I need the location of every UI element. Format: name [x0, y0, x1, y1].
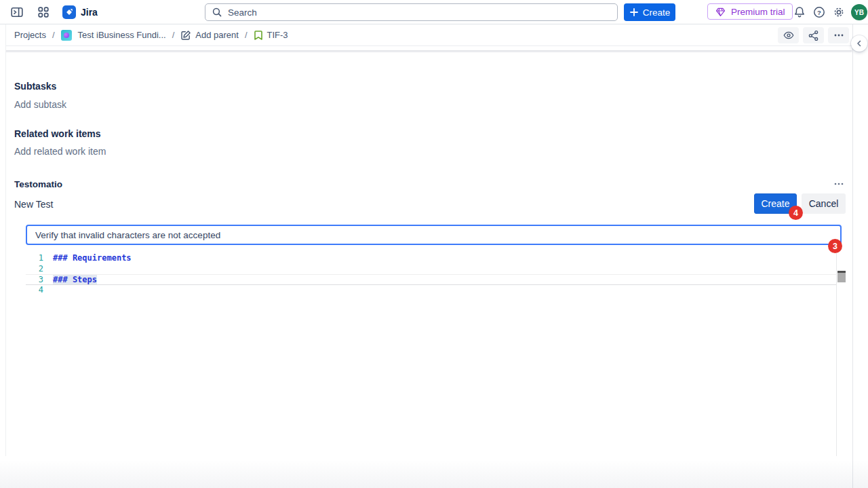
line-number: 3	[26, 275, 43, 284]
breadcrumb-projects-link[interactable]: Projects	[14, 30, 46, 40]
annotation-badge-4: 4	[789, 206, 803, 220]
test-cancel-button[interactable]: Cancel	[802, 193, 846, 214]
issue-actions	[778, 27, 849, 43]
add-parent-label: Add parent	[195, 30, 239, 40]
user-avatar[interactable]: YB	[851, 4, 867, 20]
chevron-left-icon	[854, 39, 864, 48]
test-title-input[interactable]	[26, 225, 842, 245]
code-line[interactable]: 1 ### Requirements	[26, 253, 836, 264]
search-icon	[212, 7, 222, 18]
eye-icon	[783, 29, 795, 41]
subtasks-heading: Subtasks	[14, 81, 56, 92]
project-avatar-icon	[61, 30, 72, 41]
sidebar-expand-icon	[10, 5, 24, 19]
add-related-work-item-button[interactable]: Add related work item	[14, 146, 106, 157]
top-navigation-bar: Jira Create	[0, 0, 868, 24]
premium-trial-label: Premium trial	[731, 7, 785, 17]
annotation-badge-3: 3	[828, 239, 842, 253]
testomatio-more-button[interactable]	[830, 176, 848, 191]
nav-left-group: Jira	[7, 0, 98, 24]
breadcrumb-separator: /	[52, 30, 55, 40]
testomatio-panel-heading: Testomatio	[14, 179, 62, 189]
collapse-panel-button[interactable]	[851, 35, 867, 52]
add-subtask-button[interactable]: Add subtask	[14, 99, 66, 110]
premium-trial-button[interactable]: Premium trial	[707, 3, 793, 20]
issue-key-label: TIF-3	[267, 30, 288, 40]
global-search[interactable]	[205, 3, 618, 21]
panel-left-border	[5, 24, 6, 456]
code-line[interactable]: 2	[26, 264, 836, 275]
issue-key-button[interactable]: TIF-3	[254, 30, 288, 41]
jira-window: Jira Create	[0, 0, 868, 488]
panel-right-border	[852, 24, 853, 488]
issue-header-row: Projects / Test iBusiness Fundi... / Add…	[5, 24, 852, 45]
breadcrumb-divider	[5, 45, 852, 46]
add-parent-button[interactable]: Add parent	[180, 30, 239, 41]
share-button[interactable]	[803, 27, 824, 43]
svg-text:?: ?	[817, 9, 821, 16]
line-number: 4	[26, 285, 43, 296]
gear-icon	[832, 5, 846, 19]
settings-button[interactable]	[831, 4, 847, 20]
gem-icon	[715, 6, 726, 18]
new-test-label: New Test	[14, 199, 53, 210]
sidebar-toggle-button[interactable]	[7, 3, 27, 22]
code-text-selected: ### Steps	[53, 275, 97, 284]
notifications-button[interactable]	[791, 4, 808, 20]
related-work-items-heading: Related work items	[14, 128, 101, 139]
plus-icon	[629, 7, 639, 17]
test-bookmark-icon	[254, 30, 263, 41]
code-text: ### Requirements	[53, 253, 132, 264]
share-icon	[808, 30, 819, 41]
create-button-label: Create	[643, 7, 671, 18]
breadcrumb-separator: /	[172, 30, 175, 40]
watch-button[interactable]	[778, 27, 799, 43]
code-line[interactable]: 4	[26, 285, 836, 296]
breadcrumb-separator: /	[245, 30, 248, 40]
ellipsis-icon	[833, 29, 845, 41]
line-number: 1	[26, 253, 43, 264]
question-circle-icon: ?	[812, 5, 826, 19]
test-body-code-editor[interactable]: 1 ### Requirements 2 3 ### Steps 4	[26, 250, 837, 456]
bottom-fade	[0, 459, 868, 488]
breadcrumb: Projects / Test iBusiness Fundi... / Add…	[14, 24, 288, 45]
app-switcher-button[interactable]	[33, 3, 54, 22]
jira-brand[interactable]: Jira	[62, 5, 98, 19]
search-input[interactable]	[226, 7, 617, 18]
global-create-button[interactable]: Create	[624, 3, 675, 21]
avatar-initials: YB	[854, 9, 864, 16]
help-button[interactable]: ?	[811, 4, 827, 20]
editor-scrollbar-thumb[interactable]	[837, 271, 846, 282]
line-number: 2	[26, 264, 43, 275]
code-line-active[interactable]: 3 ### Steps	[26, 274, 836, 285]
bell-icon	[793, 5, 806, 19]
ellipsis-icon	[833, 178, 845, 190]
edit-icon	[180, 30, 191, 41]
app-grid-icon	[37, 6, 50, 18]
app-title: Jira	[81, 7, 98, 18]
jira-logo-icon	[62, 5, 76, 19]
more-actions-button[interactable]	[828, 27, 849, 43]
breadcrumb-project-link[interactable]: Test iBusiness Fundi...	[78, 30, 166, 40]
header-shadow-divider	[5, 50, 852, 52]
